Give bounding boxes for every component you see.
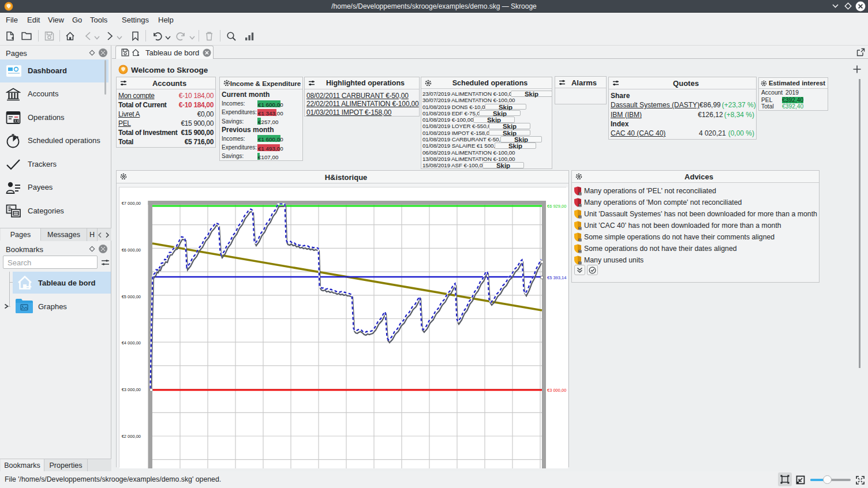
svg-text:€5 000,00: €5 000,00 bbox=[122, 294, 141, 299]
svg-text:€5 393,14: €5 393,14 bbox=[547, 275, 566, 280]
svg-text:€4 000,00: €4 000,00 bbox=[122, 340, 141, 346]
svg-text:€6 929,00: €6 929,00 bbox=[547, 204, 566, 209]
svg-text:€7 000,00: €7 000,00 bbox=[122, 201, 141, 206]
svg-text:€6 000,00: €6 000,00 bbox=[122, 247, 141, 253]
svg-text:€2 000,00: €2 000,00 bbox=[122, 434, 141, 439]
svg-text:€3 000,00: €3 000,00 bbox=[547, 388, 566, 393]
svg-text:€3 000,00: €3 000,00 bbox=[122, 387, 141, 392]
